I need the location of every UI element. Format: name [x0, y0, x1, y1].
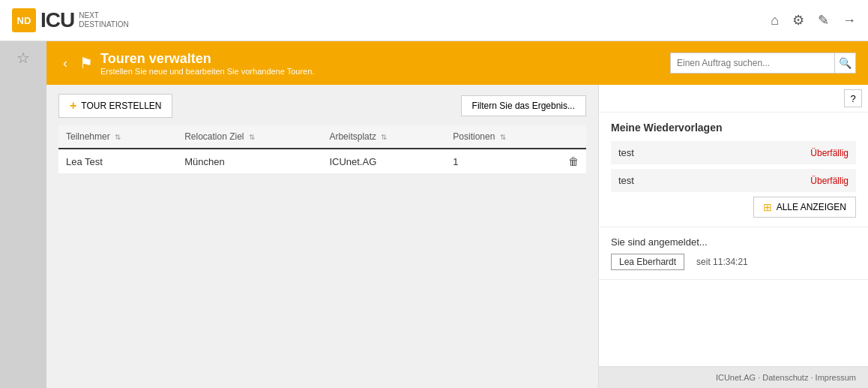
brand-sub: NEXT DESTINATION: [79, 11, 128, 29]
brand-icon: ND: [12, 8, 36, 32]
back-button[interactable]: ‹: [58, 54, 72, 73]
flag-icon: ⚑: [79, 54, 93, 72]
col-positionen: Positionen ⇅: [445, 125, 561, 149]
col-actions: [561, 125, 586, 149]
alle-anzeigen-row: ⊞ ALLE ANZEIGEN: [611, 197, 856, 218]
search-bar: 🔍: [670, 53, 856, 74]
main-layout: ☆ ‹ ⚑ Touren verwalten Erstellen Sie neu…: [0, 41, 868, 388]
right-panel: ? Meine Wiedervorlagen test Überfällig t…: [598, 85, 868, 388]
user-badge[interactable]: Lea Eberhardt: [611, 254, 684, 270]
search-button[interactable]: 🔍: [835, 53, 856, 74]
main-content: + TOUR ERSTELLEN Filtern Sie das Ergebni…: [46, 85, 868, 388]
wiedervorlage-name: test: [618, 147, 634, 158]
edit-icon[interactable]: ✎: [818, 12, 829, 29]
col-teilnehmer: Teilnehmer ⇅: [58, 125, 177, 149]
wiedervorlage-status: Überfällig: [810, 176, 849, 186]
wiedervorlagen-title: Meine Wiedervorlagen: [611, 122, 856, 134]
col-relocation-ziel: Relocation Ziel ⇅: [177, 125, 322, 149]
sort-arrows-arbeitsplatz[interactable]: ⇅: [381, 133, 387, 141]
table-header-row: Teilnehmer ⇅ Relocation Ziel ⇅ Arbeitspl…: [58, 125, 586, 149]
alle-anzeigen-icon: ⊞: [763, 201, 772, 213]
page-title: Touren verwalten: [100, 51, 314, 67]
angemeldet-row: Lea Eberhardt seit 11:34:21: [611, 254, 856, 270]
table-row[interactable]: Lea Test München ICUnet.AG 1 🗑: [58, 149, 586, 174]
cell-relocation-ziel: München: [177, 149, 322, 174]
cell-positionen: 1: [445, 149, 561, 174]
tours-table: Teilnehmer ⇅ Relocation Ziel ⇅ Arbeitspl…: [58, 125, 586, 174]
wiedervorlagen-section: Meine Wiedervorlagen test Überfällig tes…: [599, 113, 868, 227]
search-input[interactable]: [670, 53, 835, 74]
favorite-star-icon[interactable]: ☆: [16, 49, 30, 67]
wiedervorlage-name: test: [618, 175, 634, 186]
help-button[interactable]: ?: [844, 89, 862, 107]
angemeldet-section: Sie sind angemeldet... Lea Eberhardt sei…: [599, 227, 868, 280]
sort-arrows-positionen[interactable]: ⇅: [500, 133, 506, 141]
right-panel-top: ?: [599, 85, 868, 113]
left-sidebar: ☆: [0, 41, 46, 388]
wiedervorlage-item[interactable]: test Überfällig: [611, 169, 856, 192]
page-subtitle: Erstellen Sie neue und bearbeiten Sie vo…: [100, 67, 314, 76]
cell-arbeitsplatz: ICUnet.AG: [322, 149, 445, 174]
home-icon[interactable]: ⌂: [771, 13, 779, 29]
sort-arrows-teilnehmer[interactable]: ⇅: [115, 133, 121, 141]
brand-name: ICU: [40, 8, 74, 32]
table-toolbar: + TOUR ERSTELLEN Filtern Sie das Ergebni…: [58, 94, 586, 118]
settings-icon[interactable]: ⚙: [792, 12, 804, 29]
seit-text: seit 11:34:21: [696, 257, 748, 267]
wiedervorlage-item[interactable]: test Überfällig: [611, 141, 856, 164]
logout-icon[interactable]: →: [843, 13, 856, 29]
sort-arrows-relocation[interactable]: ⇅: [249, 133, 255, 141]
col-arbeitsplatz: Arbeitsplatz ⇅: [322, 125, 445, 149]
cell-teilnehmer: Lea Test: [58, 149, 177, 174]
page-header: ‹ ⚑ Touren verwalten Erstellen Sie neue …: [46, 41, 868, 85]
plus-icon: +: [70, 99, 76, 113]
content-area: ‹ ⚑ Touren verwalten Erstellen Sie neue …: [46, 41, 868, 388]
delete-icon[interactable]: 🗑: [568, 155, 579, 167]
alle-anzeigen-button[interactable]: ⊞ ALLE ANZEIGEN: [753, 197, 856, 218]
header-title-group: Touren verwalten Erstellen Sie neue und …: [100, 51, 314, 76]
wiedervorlage-status: Überfällig: [810, 148, 849, 158]
angemeldet-title: Sie sind angemeldet...: [611, 236, 856, 248]
top-right-icons: ⌂ ⚙ ✎ →: [583, 0, 868, 41]
filter-button[interactable]: Filtern Sie das Ergebnis...: [461, 95, 586, 116]
create-tour-button[interactable]: + TOUR ERSTELLEN: [58, 94, 172, 118]
cell-delete[interactable]: 🗑: [561, 149, 586, 174]
right-footer: ICUnet.AG · Datenschutz · Impressum: [599, 366, 868, 388]
table-panel: + TOUR ERSTELLEN Filtern Sie das Ergebni…: [46, 85, 598, 388]
